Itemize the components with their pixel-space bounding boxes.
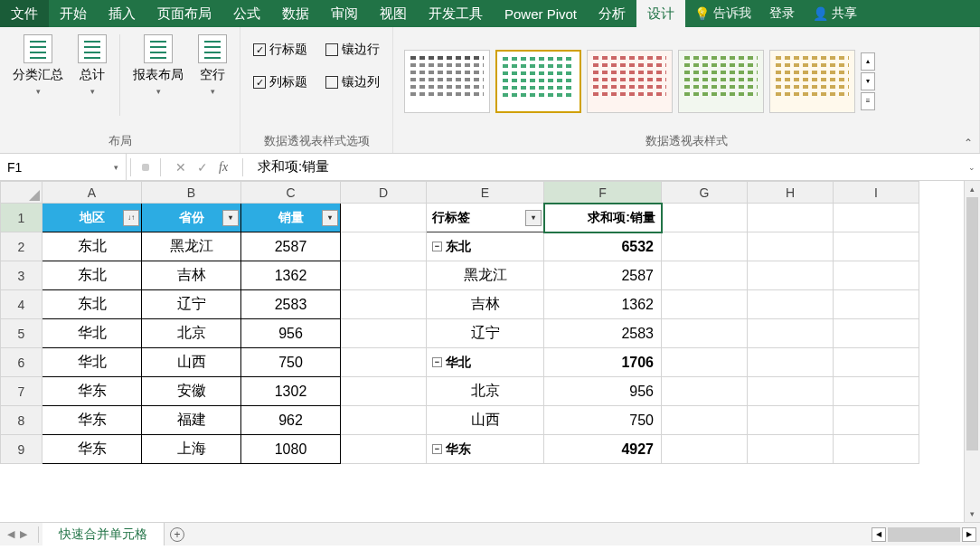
cell[interactable] xyxy=(662,377,748,406)
name-box-input[interactable] xyxy=(7,160,89,175)
tab-powerpivot[interactable]: Power Pivot xyxy=(494,0,588,27)
cell-C6[interactable]: 750 xyxy=(241,348,341,377)
cell[interactable] xyxy=(748,204,834,232)
cell-A2[interactable]: 东北 xyxy=(42,232,142,261)
tab-view[interactable]: 视图 xyxy=(369,0,418,27)
cell[interactable] xyxy=(341,290,427,319)
style-scroll-down[interactable]: ▾ xyxy=(861,72,875,90)
tab-nav-prev[interactable]: ◀ xyxy=(7,528,14,540)
col-A[interactable]: A xyxy=(42,182,142,204)
col-H[interactable]: H xyxy=(748,182,834,204)
tab-page-layout[interactable]: 页面布局 xyxy=(146,0,222,27)
cell-C5[interactable]: 956 xyxy=(241,319,341,348)
col-D[interactable]: D xyxy=(341,182,427,204)
blank-rows-button[interactable]: 空行▾ xyxy=(191,31,234,100)
pivot-total[interactable]: 6532 xyxy=(544,232,662,261)
tab-design[interactable]: 设计 xyxy=(636,0,685,27)
cell[interactable] xyxy=(834,232,919,261)
pivot-item[interactable]: 黑龙江 xyxy=(427,261,544,290)
cell-A9[interactable]: 华东 xyxy=(42,435,142,464)
tab-analysis[interactable]: 分析 xyxy=(588,0,636,27)
collapse-icon[interactable]: − xyxy=(432,357,442,367)
cell[interactable] xyxy=(834,204,919,232)
spreadsheet[interactable]: A B C D E F G H I 1 地区↓↑ 省份▾ 销量▾ 行标签▾ 求和… xyxy=(0,181,964,522)
col-F[interactable]: F xyxy=(544,182,662,204)
add-sheet-button[interactable]: + xyxy=(165,527,190,542)
cell[interactable] xyxy=(662,290,748,319)
cell[interactable] xyxy=(748,406,834,435)
col-C[interactable]: C xyxy=(241,182,341,204)
cell[interactable] xyxy=(748,377,834,406)
cell-A6[interactable]: 华北 xyxy=(42,348,142,377)
pivot-val[interactable]: 750 xyxy=(544,406,662,435)
cell-C4[interactable]: 2583 xyxy=(241,290,341,319)
scroll-down[interactable]: ▾ xyxy=(965,506,980,522)
filter-icon[interactable]: ↓↑ xyxy=(123,210,139,226)
row-8[interactable]: 8 xyxy=(1,406,42,435)
cell[interactable] xyxy=(748,435,834,464)
pivot-item[interactable]: 北京 xyxy=(427,377,544,406)
col-I[interactable]: I xyxy=(834,182,919,204)
row-2[interactable]: 2 xyxy=(1,232,42,261)
cell-A3[interactable]: 东北 xyxy=(42,261,142,290)
chk-banded-rows[interactable]: 镶边行 xyxy=(325,42,380,58)
tab-formulas[interactable]: 公式 xyxy=(222,0,271,27)
pivot-val[interactable]: 956 xyxy=(544,377,662,406)
tab-data[interactable]: 数据 xyxy=(271,0,320,27)
style-thumb-3[interactable] xyxy=(587,50,673,113)
row-5[interactable]: 5 xyxy=(1,319,42,348)
cell[interactable] xyxy=(834,348,919,377)
cell[interactable] xyxy=(662,319,748,348)
login[interactable]: 登录 xyxy=(760,0,804,27)
cell-C1[interactable]: 销量▾ xyxy=(241,204,341,232)
cell[interactable] xyxy=(662,204,748,232)
cell-B2[interactable]: 黑龙江 xyxy=(142,232,241,261)
style-more[interactable]: ≡ xyxy=(861,92,875,110)
hscroll-thumb[interactable] xyxy=(888,527,960,542)
pivot-item[interactable]: 山西 xyxy=(427,406,544,435)
subtotals-button[interactable]: 分类汇总▾ xyxy=(5,31,71,100)
sheet-tab-active[interactable]: 快速合并单元格 xyxy=(42,523,165,545)
pivot-grp[interactable]: −华东 xyxy=(427,435,544,464)
cell-B4[interactable]: 辽宁 xyxy=(142,290,241,319)
row-9[interactable]: 9 xyxy=(1,435,42,464)
cell[interactable] xyxy=(662,406,748,435)
filter-icon[interactable]: ▾ xyxy=(525,210,542,226)
formula-expand[interactable]: ⌄ xyxy=(964,163,980,172)
pivot-grp[interactable]: −东北 xyxy=(427,232,544,261)
select-all-corner[interactable] xyxy=(1,182,42,204)
cell[interactable] xyxy=(341,348,427,377)
cell-B6[interactable]: 山西 xyxy=(142,348,241,377)
cell[interactable] xyxy=(341,435,427,464)
cell[interactable] xyxy=(748,290,834,319)
tab-file[interactable]: 文件 xyxy=(0,0,49,27)
pivot-item[interactable]: 吉林 xyxy=(427,290,544,319)
cell-B7[interactable]: 安徽 xyxy=(142,377,241,406)
pivot-val[interactable]: 2587 xyxy=(544,261,662,290)
tell-me[interactable]: 💡 告诉我 xyxy=(685,0,760,27)
col-E[interactable]: E xyxy=(427,182,544,204)
scroll-thumb[interactable] xyxy=(966,197,978,450)
cell[interactable] xyxy=(341,406,427,435)
pivot-value-hdr[interactable]: 求和项:销量 xyxy=(544,204,662,232)
cell[interactable] xyxy=(834,290,919,319)
tab-nav-next[interactable]: ▶ xyxy=(20,528,27,540)
cell[interactable] xyxy=(662,348,748,377)
cell[interactable] xyxy=(341,319,427,348)
pivot-row-label-hdr[interactable]: 行标签▾ xyxy=(427,204,544,232)
horizontal-scrollbar[interactable]: ◀ ▶ xyxy=(190,527,980,542)
style-thumb-4[interactable] xyxy=(678,50,764,113)
cell-B3[interactable]: 吉林 xyxy=(142,261,241,290)
style-thumb-1[interactable] xyxy=(404,50,490,113)
cell[interactable] xyxy=(748,232,834,261)
pivot-val[interactable]: 2583 xyxy=(544,319,662,348)
cell[interactable] xyxy=(748,319,834,348)
cell-A5[interactable]: 华北 xyxy=(42,319,142,348)
cell[interactable] xyxy=(662,435,748,464)
cell[interactable] xyxy=(748,261,834,290)
pivot-val[interactable]: 1362 xyxy=(544,290,662,319)
style-thumb-5[interactable] xyxy=(769,50,855,113)
tab-insert[interactable]: 插入 xyxy=(98,0,146,27)
col-B[interactable]: B xyxy=(142,182,241,204)
pivot-item[interactable]: 辽宁 xyxy=(427,319,544,348)
